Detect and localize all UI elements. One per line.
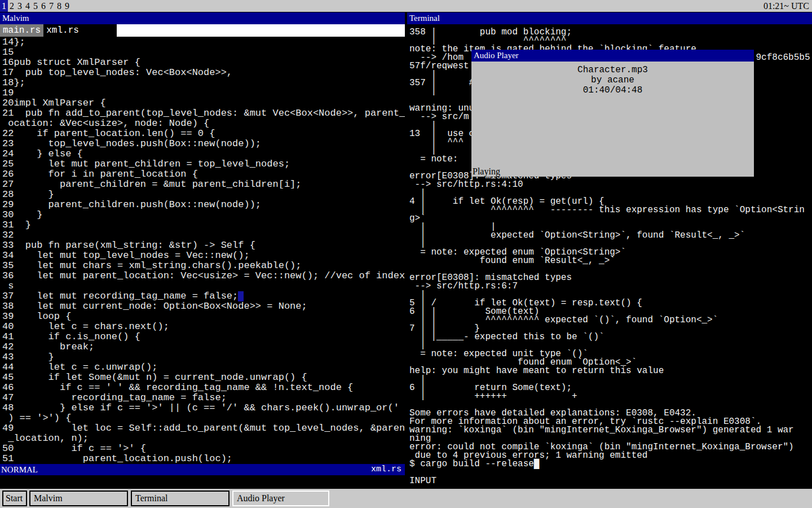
malvim-titlebar[interactable]: Malvim	[0, 12, 405, 24]
track-artist: by acane	[471, 75, 754, 85]
workspace-7[interactable]: 7	[47, 0, 55, 12]
editor-text-area[interactable]: 14}; 15 16pub struct XmlParser { 17 pub …	[0, 37, 405, 464]
tab-xml-rs[interactable]: xml.rs	[43, 24, 82, 37]
editor-cursor	[238, 291, 244, 301]
workspace-3[interactable]: 3	[16, 0, 24, 12]
audio-player-window: Audio Player Character.mp3 by acane 01:4…	[471, 50, 754, 176]
audio-player-body: Character.mp3 by acane 01:40/04:48 Playi…	[471, 62, 754, 177]
workspace-2[interactable]: 2	[8, 0, 16, 12]
taskbar-button-terminal[interactable]: Terminal	[131, 491, 230, 506]
track-name: Character.mp3	[471, 65, 754, 75]
playback-status: Playing	[473, 167, 500, 177]
workspace-bar: 123456789 01:21~ UTC	[0, 0, 812, 12]
taskbar: Start Malvim Terminal Audio Player	[0, 489, 812, 508]
terminal-titlebar[interactable]: Terminal	[407, 12, 812, 24]
editor-tabbar: main.rsxml.rs	[0, 24, 405, 37]
vim-mode-indicator: NORMAL	[1, 464, 38, 475]
editor-tabstrip: main.rsxml.rs	[0, 24, 117, 37]
statusbar-filename: xml.rs	[371, 464, 401, 475]
workspace-9[interactable]: 9	[63, 0, 71, 12]
tab-main-rs[interactable]: main.rs	[0, 24, 43, 37]
workspace-8[interactable]: 8	[55, 0, 63, 12]
workspace-5[interactable]: 5	[32, 0, 39, 12]
editor-buffer-text: 14}; 15 16pub struct XmlParser { 17 pub …	[0, 37, 405, 464]
malvim-window: Malvim main.rsxml.rs 14}; 15 16pub struc…	[0, 12, 405, 489]
start-button[interactable]: Start	[2, 491, 27, 506]
audio-player-titlebar[interactable]: Audio Player	[471, 50, 754, 62]
workspace-4[interactable]: 4	[24, 0, 32, 12]
taskbar-button-malvim[interactable]: Malvim	[29, 491, 128, 506]
clock: 01:21~ UTC	[764, 0, 809, 12]
workspace-1[interactable]: 1	[0, 0, 8, 12]
taskbar-button-audio-player[interactable]: Audio Player	[232, 491, 329, 506]
editor-statusbar: NORMAL xml.rs	[0, 464, 405, 475]
track-time: 01:40/04:48	[471, 85, 754, 95]
workspace-6[interactable]: 6	[39, 0, 47, 12]
